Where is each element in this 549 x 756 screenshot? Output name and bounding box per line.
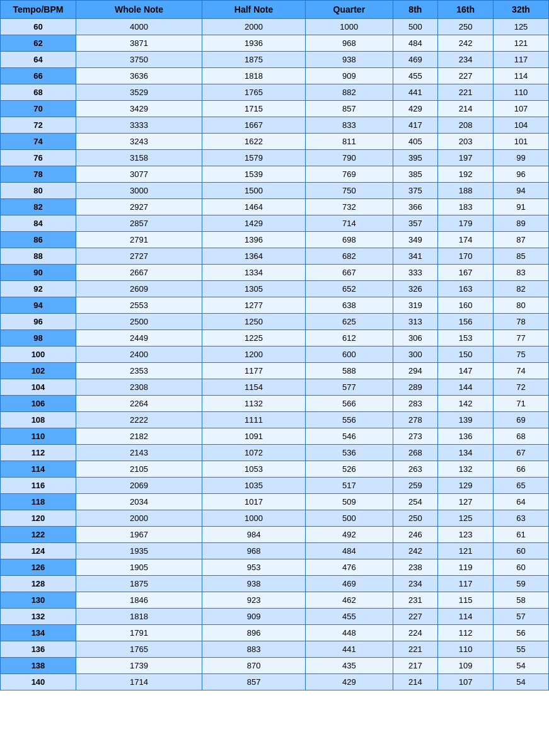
value-cell: 283 [393,396,437,412]
tempo-cell: 120 [1,510,76,527]
table-row: 1082222111155627813969 [1,412,549,428]
value-cell: 147 [438,363,494,379]
table-row: 1002400120060030015075 [1,346,549,363]
column-header-1: Whole Note [76,1,202,19]
value-cell: 732 [306,199,393,215]
value-cell: 107 [494,101,549,117]
value-cell: 246 [393,527,437,543]
value-cell: 3750 [76,52,202,68]
value-cell: 612 [306,330,393,346]
value-cell: 238 [393,559,437,576]
value-cell: 682 [306,248,393,265]
value-cell: 1429 [202,215,306,232]
value-cell: 67 [494,445,549,461]
value-cell: 577 [306,379,393,396]
table-row: 128187593846923411759 [1,576,549,592]
table-row: 842857142971435717989 [1,215,549,232]
value-cell: 183 [438,199,494,215]
value-cell: 197 [438,150,494,166]
value-cell: 242 [438,35,494,52]
value-cell: 938 [306,52,393,68]
value-cell: 417 [393,117,437,134]
column-header-0: Tempo/BPM [1,1,76,19]
tempo-cell: 92 [1,281,76,297]
tempo-cell: 138 [1,658,76,674]
value-cell: 357 [393,215,437,232]
tempo-cell: 114 [1,461,76,478]
table-row: 7432431622811405203101 [1,134,549,150]
value-cell: 74 [494,363,549,379]
value-cell: 319 [393,297,437,314]
table-row: 1042308115457728914472 [1,379,549,396]
tempo-cell: 74 [1,134,76,150]
value-cell: 600 [306,346,393,363]
tempo-cell: 100 [1,346,76,363]
value-cell: 1053 [202,461,306,478]
table-row: 60400020001000500250125 [1,19,549,35]
table-row: 1202000100050025012563 [1,510,549,527]
value-cell: 333 [393,265,437,281]
value-cell: 254 [393,494,437,510]
value-cell: 4000 [76,19,202,35]
value-cell: 1667 [202,117,306,134]
table-row: 882727136468234117085 [1,248,549,265]
value-cell: 883 [202,641,306,658]
value-cell: 1035 [202,478,306,494]
value-cell: 1935 [76,543,202,559]
table-row: 1182034101750925412764 [1,494,549,510]
value-cell: 1579 [202,150,306,166]
tempo-cell: 118 [1,494,76,510]
value-cell: 300 [393,346,437,363]
table-row: 134179189644822411256 [1,625,549,641]
value-cell: 54 [494,658,549,674]
table-row: 6238711936968484242121 [1,35,549,52]
table-row: 140171485742921410754 [1,674,549,690]
value-cell: 125 [438,510,494,527]
value-cell: 2182 [76,428,202,445]
value-cell: 857 [202,674,306,690]
value-cell: 536 [306,445,393,461]
tempo-cell: 76 [1,150,76,166]
value-cell: 101 [494,134,549,150]
value-cell: 57 [494,609,549,625]
value-cell: 1000 [202,510,306,527]
value-cell: 85 [494,248,549,265]
value-cell: 1846 [76,592,202,609]
value-cell: 448 [306,625,393,641]
value-cell: 811 [306,134,393,150]
value-cell: 231 [393,592,437,609]
value-cell: 179 [438,215,494,232]
value-cell: 250 [438,19,494,35]
value-cell: 208 [438,117,494,134]
tempo-cell: 94 [1,297,76,314]
value-cell: 3000 [76,183,202,199]
value-cell: 638 [306,297,393,314]
tempo-table: Tempo/BPMWhole NoteHalf NoteQuarter8th16… [0,0,549,690]
value-cell: 114 [494,68,549,84]
value-cell: 2034 [76,494,202,510]
value-cell: 1875 [202,52,306,68]
value-cell: 129 [438,478,494,494]
table-row: 1122143107253626813467 [1,445,549,461]
value-cell: 2727 [76,248,202,265]
tempo-cell: 98 [1,330,76,346]
value-cell: 80 [494,297,549,314]
value-cell: 1905 [76,559,202,576]
value-cell: 250 [393,510,437,527]
value-cell: 110 [494,84,549,101]
value-cell: 136 [438,428,494,445]
value-cell: 1111 [202,412,306,428]
value-cell: 56 [494,625,549,641]
value-cell: 698 [306,232,393,248]
value-cell: 59 [494,576,549,592]
table-row: 783077153976938519296 [1,166,549,183]
table-row: 122196798449224612361 [1,527,549,543]
value-cell: 2264 [76,396,202,412]
value-cell: 2143 [76,445,202,461]
value-cell: 96 [494,166,549,183]
value-cell: 1000 [306,19,393,35]
table-row: 803000150075037518894 [1,183,549,199]
value-cell: 242 [393,543,437,559]
value-cell: 3158 [76,150,202,166]
value-cell: 469 [306,576,393,592]
